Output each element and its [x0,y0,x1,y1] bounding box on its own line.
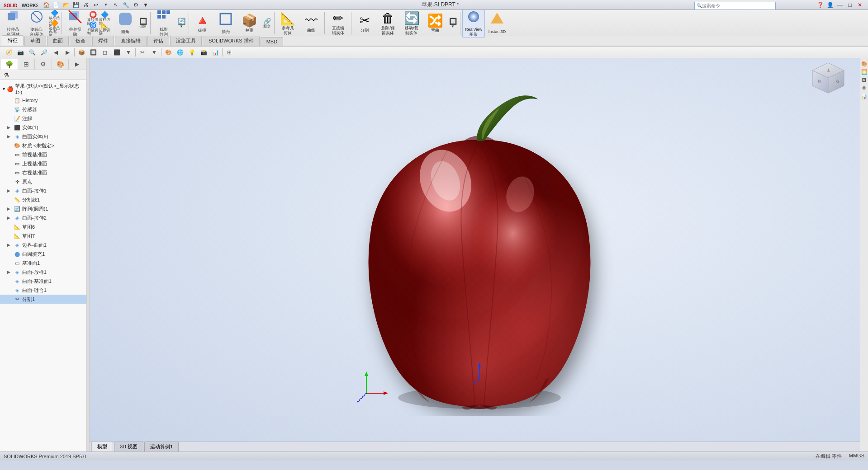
realview-right-btn[interactable]: 👁 [861,85,868,92]
appearance-tab[interactable]: 🎨 [52,59,69,70]
tree-root[interactable]: ▼ 🍎 苹果 (默认<<默认>_显示状态 1>) [0,82,86,96]
move-copy-btn[interactable]: 🔄 移动/复制实体 [400,10,423,37]
tab-direct-editing[interactable]: 直接编辑 [115,36,147,46]
zoom-to-fit-btn[interactable]: 🔍 [27,48,37,57]
3dview-tab[interactable]: 3D 视图 [114,442,143,451]
tab-render[interactable]: 渲染工具 [170,36,202,46]
shell-btn[interactable]: 抽壳 [214,11,237,35]
viewport-layout-btn[interactable]: ⊞ [224,48,234,57]
new-btn[interactable]: 📄 [52,0,61,9]
deform-btn[interactable]: 🔀 弯曲 [424,12,446,34]
tree-item-split-line1[interactable]: 📏 分割线1 [0,195,86,204]
home-btn[interactable]: 🏠 [42,0,51,9]
swept-cut-btn[interactable]: 🌀 扫描切割 [87,24,98,33]
options-btn[interactable]: ⚙ [131,0,140,9]
tree-item-material[interactable]: 🎨 材质 <未指定> [0,141,86,150]
viewport[interactable]: 模型 3D 视图 运动算例1 [90,58,860,451]
shaded-btn[interactable]: ⬛ [112,48,122,57]
scene-right-btn[interactable]: 🌅 [861,68,868,75]
tree-item-split1[interactable]: ✂ 分割1 [0,295,86,304]
tree-item-front-plane[interactable]: ▭ 前视基准面 [0,150,86,159]
title-search[interactable]: 🔍 [694,2,776,10]
direct-edit-btn[interactable]: ✏ 直接编辑实体 [327,10,349,37]
tab-mbd[interactable]: MBD [261,37,283,46]
tree-item-sketch7[interactable]: 📐 草图7 [0,231,86,240]
cursor-btn[interactable]: ↖ [111,0,120,9]
tree-item-surface-extrude1[interactable]: ▶ ◈ 曲面-拉伸1 [0,186,86,195]
tab-sheetmetal[interactable]: 钣金 [70,36,91,46]
account-btn[interactable]: 👤 [825,0,835,9]
delete-face-btn[interactable]: 🗑 删除/保留实体 [377,10,399,37]
boundary-boss-btn[interactable]: 🔶 边界凸台/基体 [49,24,60,33]
tab-evaluate[interactable]: 评估 [147,36,169,46]
hidden-lines-btn[interactable]: ◻ [100,48,110,57]
tab-weldment[interactable]: 焊件 [92,36,114,46]
tab-sketch[interactable]: 草图 [24,36,46,46]
tree-item-annotation[interactable]: 📝 注解 [0,114,86,123]
next-view-btn[interactable]: ▶ [62,48,72,57]
section-view-btn[interactable]: ✂ [138,48,147,57]
draft-btn[interactable]: 🔺 拔模 [191,12,213,34]
undo-btn[interactable]: ↩ [91,0,100,9]
tree-item-surface-loft1[interactable]: ▶ ◈ 曲面-放样1 [0,268,86,277]
close-btn[interactable]: ✕ [855,0,864,9]
more-display-btn[interactable]: ▼ [123,48,133,57]
tree-item-sketch6[interactable]: 📐 草图6 [0,222,86,231]
prev-view-btn[interactable]: ◀ [51,48,61,57]
extrude-boss-btn[interactable]: 拉伸凸台/基体 [2,9,24,38]
realview-btn[interactable]: RealView图形 [462,8,485,38]
wrap-btn[interactable]: 📦 包覆 [238,12,261,34]
tree-item-surface-plane1[interactable]: ◈ 曲面-基准面1 [0,277,86,286]
combine-btn[interactable]: 🔲 ▼ [447,18,458,28]
revolve-boss-btn[interactable]: 旋转凸台/基体 [25,9,48,38]
tree-item-top-plane[interactable]: ▭ 上视基准面 [0,159,86,168]
apperance-btn[interactable]: 🎨 [163,48,173,57]
pattern-more-btn[interactable]: 🔄 ▼ [176,18,187,28]
intersect-btn[interactable]: 🔗 相交 [261,18,272,28]
tree-item-surface-extrude2[interactable]: ▶ ◈ 曲面-拉伸2 [0,213,86,222]
display-style-btn[interactable]: 📦 [76,48,86,57]
feature-tree-tab[interactable]: 🌳 [1,59,18,70]
tree-item-right-plane[interactable]: ▭ 右视基准面 [0,168,86,177]
display-mgr-btn[interactable]: 📊 [210,48,220,57]
tree-item-plane1[interactable]: ▭ 基准面1 [0,258,86,268]
decals-right-btn[interactable]: 🖼 [861,76,868,84]
expand-panel-btn[interactable]: ▶ [69,59,85,70]
dropdown-btn[interactable]: ▼ [101,0,110,9]
split-btn[interactable]: ✂ 分割 [353,12,376,34]
tree-item-solid-bodies[interactable]: ▶ ⬛ 实体(1) [0,123,86,132]
print-btn[interactable]: 🖨 [81,0,90,9]
lights-btn[interactable]: 💡 [187,48,197,57]
more-btn[interactable]: ▼ [141,0,150,9]
view-more-btn[interactable]: ▼ [149,48,159,57]
view-cube-svg[interactable]: 上 前 右 [810,61,846,97]
wireframe-btn[interactable]: 🔲 [88,48,98,57]
save-btn[interactable]: 💾 [71,0,81,9]
search-input[interactable] [702,3,761,8]
appearance-right-btn[interactable]: 🎨 [861,60,868,67]
instant3d-btn[interactable]: Instant3D [486,11,508,35]
filter-icon[interactable]: ⚗ [2,70,11,80]
zoom-to-select-btn[interactable]: 🔎 [39,48,49,57]
view-selector[interactable]: 📷 [15,48,25,57]
tree-item-history[interactable]: 📋 History [0,96,86,105]
help-btn[interactable]: ❓ [816,0,825,9]
config-tab[interactable]: ⚙ [35,59,52,70]
tree-item-circular-pattern[interactable]: ▶ 🔄 阵列(圆周)1 [0,204,86,213]
reference-geometry-btn[interactable]: 📐 参考几何体 [276,10,299,37]
tree-item-surface-knit1[interactable]: ◈ 曲面-缝合1 [0,286,86,295]
model-tab[interactable]: 模型 [91,442,113,451]
orient-view-btn[interactable]: 🧭 [4,48,14,57]
cameras-btn[interactable]: 📸 [199,48,209,57]
tree-item-boundary-surface1[interactable]: ▶ ◈ 边界-曲面1 [0,240,86,249]
extrude-cut-btn[interactable]: 拉伸切除 [64,9,86,38]
property-tab[interactable]: ⊞ [18,59,35,70]
tree-item-origin[interactable]: ✛ 原点 [0,177,86,186]
tree-item-surface-bodies[interactable]: ▶ ◈ 曲面实体(9) [0,132,86,141]
linear-pattern-btn[interactable]: 线型阵列 [152,9,175,38]
tab-surface[interactable]: 曲面 [47,36,69,46]
tab-addins[interactable]: SOLIDWORKS 插件 [203,36,260,46]
scene-btn[interactable]: 🌐 [175,48,185,57]
curves-btn[interactable]: 〰 曲线 [300,12,323,34]
maximize-btn[interactable]: □ [845,0,854,9]
